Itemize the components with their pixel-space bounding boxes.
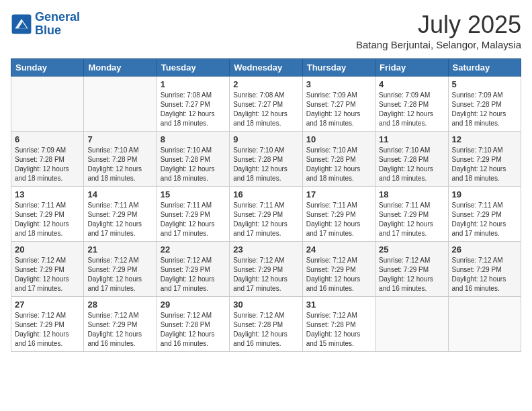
day-number: 9	[233, 134, 298, 144]
calendar-week-row: 13Sunrise: 7:11 AM Sunset: 7:29 PM Dayli…	[11, 187, 521, 242]
day-info: Sunrise: 7:09 AM Sunset: 7:28 PM Dayligh…	[15, 146, 80, 183]
calendar-cell: 15Sunrise: 7:11 AM Sunset: 7:29 PM Dayli…	[157, 187, 229, 242]
logo: General Blue	[11, 11, 80, 38]
day-info: Sunrise: 7:12 AM Sunset: 7:29 PM Dayligh…	[161, 256, 226, 293]
calendar-cell: 21Sunrise: 7:12 AM Sunset: 7:29 PM Dayli…	[84, 242, 157, 297]
calendar-cell: 12Sunrise: 7:10 AM Sunset: 7:29 PM Dayli…	[448, 132, 521, 187]
page-header: General Blue July 2025 Batang Berjuntai,…	[11, 11, 521, 50]
day-info: Sunrise: 7:12 AM Sunset: 7:29 PM Dayligh…	[379, 256, 444, 293]
day-number: 25	[379, 244, 444, 255]
calendar-cell: 2Sunrise: 7:08 AM Sunset: 7:27 PM Daylig…	[230, 77, 302, 132]
weekday-header-monday: Monday	[84, 59, 157, 77]
day-number: 10	[306, 134, 371, 144]
day-info: Sunrise: 7:09 AM Sunset: 7:28 PM Dayligh…	[452, 91, 517, 128]
day-number: 13	[15, 189, 80, 199]
weekday-header-row: SundayMondayTuesdayWednesdayThursdayFrid…	[11, 59, 521, 77]
calendar-cell: 3Sunrise: 7:09 AM Sunset: 7:27 PM Daylig…	[302, 77, 375, 132]
day-info: Sunrise: 7:08 AM Sunset: 7:27 PM Dayligh…	[161, 91, 226, 128]
calendar-cell: 16Sunrise: 7:11 AM Sunset: 7:29 PM Dayli…	[230, 187, 302, 242]
day-info: Sunrise: 7:11 AM Sunset: 7:29 PM Dayligh…	[15, 201, 80, 238]
calendar-cell: 7Sunrise: 7:10 AM Sunset: 7:28 PM Daylig…	[84, 132, 157, 187]
day-info: Sunrise: 7:10 AM Sunset: 7:28 PM Dayligh…	[87, 146, 152, 183]
day-info: Sunrise: 7:12 AM Sunset: 7:28 PM Dayligh…	[306, 311, 371, 349]
day-info: Sunrise: 7:10 AM Sunset: 7:29 PM Dayligh…	[452, 146, 517, 183]
calendar-cell: 13Sunrise: 7:11 AM Sunset: 7:29 PM Dayli…	[11, 187, 84, 242]
day-info: Sunrise: 7:10 AM Sunset: 7:28 PM Dayligh…	[161, 146, 226, 183]
day-info: Sunrise: 7:10 AM Sunset: 7:28 PM Dayligh…	[233, 146, 298, 183]
day-number: 26	[452, 244, 517, 255]
day-number: 31	[306, 300, 371, 310]
day-info: Sunrise: 7:12 AM Sunset: 7:29 PM Dayligh…	[233, 256, 298, 293]
day-info: Sunrise: 7:11 AM Sunset: 7:29 PM Dayligh…	[452, 201, 517, 238]
calendar-cell: 18Sunrise: 7:11 AM Sunset: 7:29 PM Dayli…	[375, 187, 448, 242]
day-number: 24	[306, 244, 371, 255]
day-info: Sunrise: 7:12 AM Sunset: 7:29 PM Dayligh…	[452, 256, 517, 293]
weekday-header-wednesday: Wednesday	[230, 59, 302, 77]
day-info: Sunrise: 7:12 AM Sunset: 7:29 PM Dayligh…	[87, 311, 152, 349]
day-number: 4	[379, 79, 444, 89]
title-block: July 2025 Batang Berjuntai, Selangor, Ma…	[356, 11, 521, 50]
day-number: 16	[233, 189, 298, 199]
day-number: 29	[161, 300, 226, 310]
weekday-header-tuesday: Tuesday	[157, 59, 229, 77]
calendar-cell: 30Sunrise: 7:12 AM Sunset: 7:28 PM Dayli…	[230, 297, 302, 352]
day-number: 21	[87, 244, 152, 255]
day-number: 1	[161, 79, 226, 89]
day-info: Sunrise: 7:08 AM Sunset: 7:27 PM Dayligh…	[233, 91, 298, 128]
day-number: 2	[233, 79, 298, 89]
day-info: Sunrise: 7:12 AM Sunset: 7:29 PM Dayligh…	[87, 256, 152, 293]
month-year: July 2025	[356, 11, 521, 39]
calendar-cell: 14Sunrise: 7:11 AM Sunset: 7:29 PM Dayli…	[84, 187, 157, 242]
calendar-cell: 19Sunrise: 7:11 AM Sunset: 7:29 PM Dayli…	[448, 187, 521, 242]
calendar-cell: 20Sunrise: 7:12 AM Sunset: 7:29 PM Dayli…	[11, 242, 84, 297]
day-number: 15	[161, 189, 226, 199]
day-number: 6	[15, 134, 80, 144]
day-number: 5	[452, 79, 517, 89]
calendar-cell: 6Sunrise: 7:09 AM Sunset: 7:28 PM Daylig…	[11, 132, 84, 187]
calendar-cell: 26Sunrise: 7:12 AM Sunset: 7:29 PM Dayli…	[448, 242, 521, 297]
day-number: 23	[233, 244, 298, 255]
day-info: Sunrise: 7:09 AM Sunset: 7:27 PM Dayligh…	[306, 91, 371, 128]
day-number: 28	[87, 300, 152, 310]
day-number: 22	[161, 244, 226, 255]
day-number: 8	[161, 134, 226, 144]
day-number: 19	[452, 189, 517, 199]
calendar-cell: 17Sunrise: 7:11 AM Sunset: 7:29 PM Dayli…	[302, 187, 375, 242]
calendar-cell: 25Sunrise: 7:12 AM Sunset: 7:29 PM Dayli…	[375, 242, 448, 297]
day-info: Sunrise: 7:12 AM Sunset: 7:29 PM Dayligh…	[15, 311, 80, 349]
calendar-week-row: 20Sunrise: 7:12 AM Sunset: 7:29 PM Dayli…	[11, 242, 521, 297]
day-info: Sunrise: 7:11 AM Sunset: 7:29 PM Dayligh…	[379, 201, 444, 238]
calendar-cell: 22Sunrise: 7:12 AM Sunset: 7:29 PM Dayli…	[157, 242, 229, 297]
logo-text: General Blue	[35, 11, 80, 38]
weekday-header-thursday: Thursday	[302, 59, 375, 77]
calendar-cell: 28Sunrise: 7:12 AM Sunset: 7:29 PM Dayli…	[84, 297, 157, 352]
calendar-table: SundayMondayTuesdayWednesdayThursdayFrid…	[11, 58, 521, 352]
logo-icon	[11, 13, 32, 35]
calendar-cell: 10Sunrise: 7:10 AM Sunset: 7:28 PM Dayli…	[302, 132, 375, 187]
calendar-cell: 23Sunrise: 7:12 AM Sunset: 7:29 PM Dayli…	[230, 242, 302, 297]
calendar-cell: 11Sunrise: 7:10 AM Sunset: 7:28 PM Dayli…	[375, 132, 448, 187]
day-info: Sunrise: 7:10 AM Sunset: 7:28 PM Dayligh…	[306, 146, 371, 183]
calendar-cell: 4Sunrise: 7:09 AM Sunset: 7:28 PM Daylig…	[375, 77, 448, 132]
calendar-cell: 5Sunrise: 7:09 AM Sunset: 7:28 PM Daylig…	[448, 77, 521, 132]
location: Batang Berjuntai, Selangor, Malaysia	[356, 39, 521, 50]
day-number: 14	[87, 189, 152, 199]
calendar-cell: 29Sunrise: 7:12 AM Sunset: 7:28 PM Dayli…	[157, 297, 229, 352]
day-info: Sunrise: 7:12 AM Sunset: 7:28 PM Dayligh…	[233, 311, 298, 349]
calendar-cell: 1Sunrise: 7:08 AM Sunset: 7:27 PM Daylig…	[157, 77, 229, 132]
day-info: Sunrise: 7:11 AM Sunset: 7:29 PM Dayligh…	[87, 201, 152, 238]
calendar-cell	[375, 297, 448, 352]
weekday-header-saturday: Saturday	[448, 59, 521, 77]
calendar-cell: 24Sunrise: 7:12 AM Sunset: 7:29 PM Dayli…	[302, 242, 375, 297]
calendar-cell	[84, 77, 157, 132]
day-number: 30	[233, 300, 298, 310]
day-number: 27	[15, 300, 80, 310]
day-number: 12	[452, 134, 517, 144]
weekday-header-sunday: Sunday	[11, 59, 84, 77]
day-info: Sunrise: 7:11 AM Sunset: 7:29 PM Dayligh…	[161, 201, 226, 238]
calendar-cell: 8Sunrise: 7:10 AM Sunset: 7:28 PM Daylig…	[157, 132, 229, 187]
day-info: Sunrise: 7:12 AM Sunset: 7:28 PM Dayligh…	[161, 311, 226, 349]
day-info: Sunrise: 7:12 AM Sunset: 7:29 PM Dayligh…	[15, 256, 80, 293]
calendar-week-row: 6Sunrise: 7:09 AM Sunset: 7:28 PM Daylig…	[11, 132, 521, 187]
calendar-cell	[448, 297, 521, 352]
